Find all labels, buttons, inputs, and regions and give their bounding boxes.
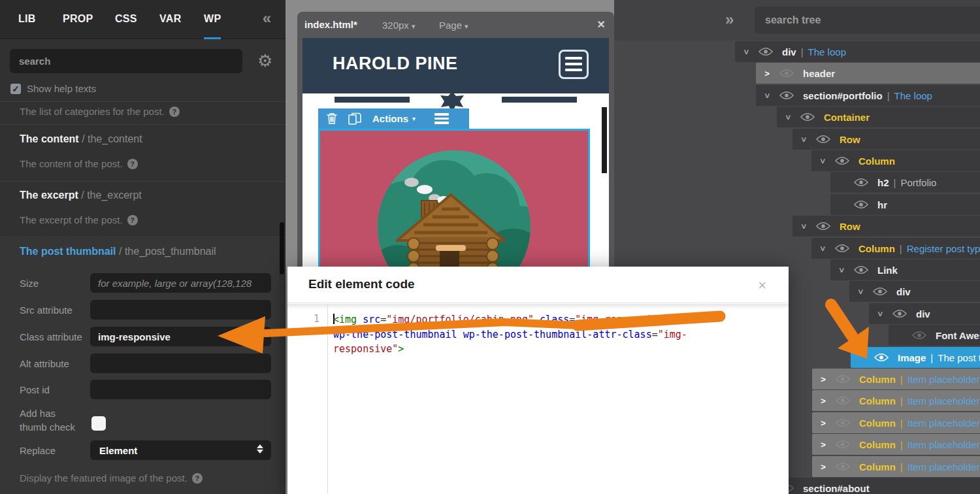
eye-visibility-icon[interactable]	[779, 91, 795, 100]
code-line[interactable]: wp-the-post-thumbnail wp-the-post-thumbn…	[333, 327, 779, 342]
tree-row-Column[interactable]: >Column|Item placeholder	[812, 412, 980, 433]
close-preview-icon[interactable]: ×	[597, 17, 605, 32]
chevron-down-icon[interactable]: >	[799, 135, 809, 144]
section-title-excerpt[interactable]: The excerpt / the_excerpt	[20, 189, 142, 201]
eye-visibility-icon[interactable]	[854, 200, 870, 209]
chevron-right-icon[interactable]: >	[762, 69, 772, 78]
eye-visibility-icon[interactable]	[854, 178, 870, 187]
hamburger-menu-button[interactable]	[559, 50, 589, 79]
sidebar-scrollbar[interactable]	[280, 222, 284, 274]
help-icon[interactable]: ?	[169, 107, 180, 117]
alt-attribute-field[interactable]	[90, 354, 271, 373]
actions-dropdown[interactable]: Actions	[372, 113, 408, 124]
code-line[interactable]: responsive">	[333, 342, 779, 357]
chevron-down-icon[interactable]: >	[762, 91, 772, 100]
chevron-down-icon[interactable]: >	[818, 244, 828, 253]
chevron-down-icon[interactable]: >	[783, 112, 793, 122]
class-attribute-field[interactable]	[90, 327, 271, 346]
code-editor[interactable]: 1 <img src="img/portfolio/cabin.png" cla…	[287, 304, 789, 494]
eye-visibility-icon[interactable]	[835, 244, 851, 253]
eye-visibility-icon[interactable]	[836, 440, 851, 449]
tree-row-Column[interactable]: >Column|Item placeholder	[812, 390, 980, 411]
chevron-down-icon[interactable]: >	[875, 309, 885, 318]
tree-row-section#about[interactable]: >section#about	[756, 478, 980, 494]
width-selector[interactable]: 320px▾	[382, 20, 415, 31]
chevron-right-icon[interactable]: >	[819, 396, 828, 406]
eye-visibility-icon[interactable]	[854, 265, 870, 274]
src-attribute-field[interactable]	[90, 300, 271, 320]
chevron-right-icon[interactable]: >	[819, 374, 828, 384]
eye-visibility-icon[interactable]	[836, 374, 851, 384]
tree-row-Image[interactable]: >Image|The post t	[851, 347, 980, 368]
section-title-content[interactable]: The content / the_content	[20, 133, 142, 145]
eye-visibility-icon[interactable]	[816, 135, 832, 144]
tree-row-Column[interactable]: >Column	[811, 150, 980, 171]
eye-visibility-icon[interactable]	[836, 396, 851, 405]
eye-visibility-icon[interactable]	[836, 418, 851, 427]
tree-row-Column[interactable]: >Column|Register post typ	[811, 238, 980, 259]
tree-row-div[interactable]: >div|The loop	[735, 41, 980, 62]
tree-row-Row[interactable]: >Row	[792, 216, 980, 237]
tree-row-Link[interactable]: >Link	[830, 259, 980, 280]
page-scrollbar[interactable]	[602, 107, 607, 173]
expand-panel-icon[interactable]: »	[725, 10, 734, 29]
chevron-down-icon[interactable]: >	[742, 47, 751, 56]
section-title-post-thumbnail[interactable]: The post thumbnail / the_post_thumbnail	[20, 246, 216, 257]
tree-row-header[interactable]: >header	[756, 63, 980, 84]
eye-visibility-icon[interactable]	[800, 112, 816, 122]
chevron-down-icon[interactable]: >	[818, 156, 828, 165]
show-help-checkbox[interactable]: ✓	[10, 84, 21, 94]
file-tab[interactable]: index.html*	[304, 19, 357, 30]
replace-select[interactable]: Element	[90, 440, 271, 460]
tab-prop[interactable]: PROP	[63, 0, 93, 39]
eye-visibility-icon[interactable]	[873, 287, 889, 296]
tab-css[interactable]: CSS	[115, 0, 137, 39]
code-line[interactable]: <img src="img/portfolio/cabin.png" class…	[333, 312, 779, 327]
tab-var[interactable]: VAR	[159, 0, 182, 39]
size-field[interactable]	[90, 273, 271, 293]
close-modal-icon[interactable]: ×	[758, 277, 766, 294]
help-icon[interactable]: ?	[127, 159, 138, 169]
search-input[interactable]	[10, 49, 242, 73]
tab-lib[interactable]: LIB	[18, 0, 36, 39]
duplicate-icon[interactable]	[348, 112, 361, 125]
eye-visibility-icon[interactable]	[874, 353, 890, 362]
tree-row-Container[interactable]: >Container	[777, 107, 980, 127]
chevron-down-icon[interactable]: >	[837, 265, 847, 274]
selected-post-thumbnail-image[interactable]	[318, 129, 590, 279]
page-selector[interactable]: Page▾	[439, 20, 468, 31]
chevron-right-icon[interactable]: >	[819, 462, 828, 472]
code-content[interactable]: <img src="img/portfolio/cabin.png" class…	[333, 312, 779, 357]
eye-visibility-icon[interactable]	[835, 156, 851, 165]
tree-row-div[interactable]: >div	[849, 281, 980, 302]
help-icon[interactable]: ?	[127, 215, 138, 225]
tree-row-h2[interactable]: >h2|Portfolio	[830, 172, 980, 193]
eye-visibility-icon[interactable]	[779, 69, 795, 78]
tree-row-Column[interactable]: >Column|Item placeholder	[812, 456, 980, 477]
tree-row-Row[interactable]: >Row	[792, 129, 980, 150]
collapse-panel-icon[interactable]: «	[263, 9, 271, 27]
tree-row-div[interactable]: >div	[869, 303, 980, 324]
eye-visibility-icon[interactable]	[892, 309, 908, 318]
help-icon[interactable]: ?	[192, 473, 203, 484]
chevron-right-icon[interactable]: >	[819, 440, 828, 450]
chevron-down-icon[interactable]: >	[799, 222, 809, 231]
gear-icon[interactable]: ⚙	[257, 51, 272, 71]
post-id-field[interactable]	[90, 380, 271, 399]
trash-icon[interactable]	[327, 112, 337, 125]
eye-visibility-icon[interactable]	[759, 47, 774, 56]
tab-wp[interactable]: WP	[204, 0, 221, 39]
eye-visibility-icon[interactable]	[816, 222, 832, 231]
tree-row-Column[interactable]: >Column|Item placeholder	[812, 434, 980, 455]
toolbar-menu-icon[interactable]	[434, 113, 449, 124]
thumb-check-checkbox[interactable]	[91, 416, 106, 431]
tree-row-FontAwes[interactable]: >Font Awes	[889, 325, 980, 346]
eye-visibility-icon[interactable]	[836, 462, 851, 471]
chevron-down-icon[interactable]: >	[856, 287, 866, 296]
tree-search-input[interactable]	[755, 7, 980, 34]
eye-visibility-icon[interactable]	[912, 331, 928, 340]
tree-row-Column[interactable]: >Column|Item placeholder	[812, 369, 980, 389]
tree-row-section#portfolio[interactable]: >section#portfolio|The loop	[756, 85, 980, 106]
tree-row-hr[interactable]: >hr	[830, 194, 980, 215]
chevron-right-icon[interactable]: >	[819, 418, 828, 428]
